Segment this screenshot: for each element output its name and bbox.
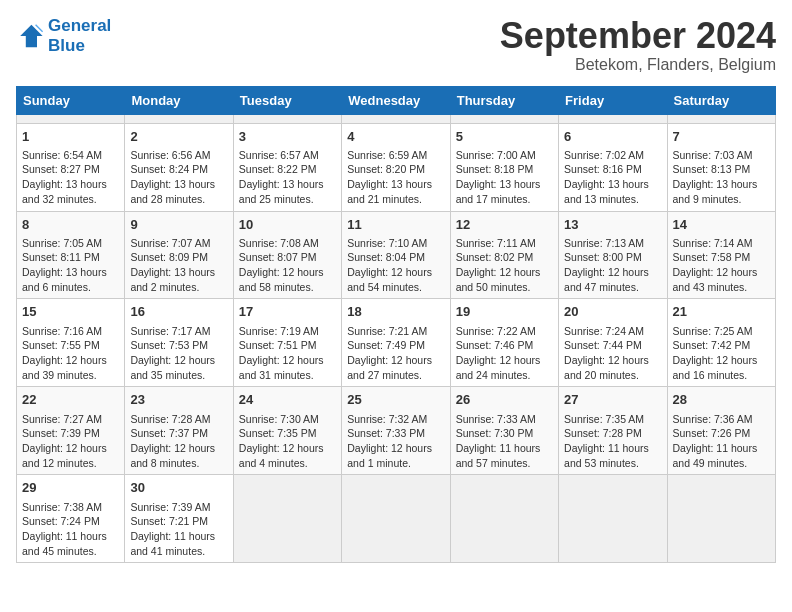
day-info-line: Sunrise: 7:21 AM — [347, 324, 444, 339]
calendar-week-0 — [17, 114, 776, 123]
day-info-line: Daylight: 12 hours and 24 minutes. — [456, 353, 553, 382]
calendar-table: SundayMondayTuesdayWednesdayThursdayFrid… — [16, 86, 776, 564]
day-number: 11 — [347, 216, 444, 234]
col-header-friday: Friday — [559, 86, 667, 114]
calendar-cell: 13Sunrise: 7:13 AMSunset: 8:00 PMDayligh… — [559, 211, 667, 299]
day-info-line: Sunset: 8:07 PM — [239, 250, 336, 265]
calendar-cell: 28Sunrise: 7:36 AMSunset: 7:26 PMDayligh… — [667, 387, 775, 475]
calendar-cell: 26Sunrise: 7:33 AMSunset: 7:30 PMDayligh… — [450, 387, 558, 475]
logo-icon — [16, 22, 44, 50]
calendar-week-1: 1Sunrise: 6:54 AMSunset: 8:27 PMDaylight… — [17, 123, 776, 211]
day-info-line: Sunrise: 7:02 AM — [564, 148, 661, 163]
day-info-line: Daylight: 13 hours and 13 minutes. — [564, 177, 661, 206]
day-info-line: Sunset: 8:16 PM — [564, 162, 661, 177]
day-number: 13 — [564, 216, 661, 234]
day-info-line: Sunset: 8:20 PM — [347, 162, 444, 177]
day-info-line: Sunrise: 6:57 AM — [239, 148, 336, 163]
day-info-line: Daylight: 12 hours and 4 minutes. — [239, 441, 336, 470]
calendar-cell: 14Sunrise: 7:14 AMSunset: 7:58 PMDayligh… — [667, 211, 775, 299]
day-info-line: Daylight: 13 hours and 9 minutes. — [673, 177, 770, 206]
day-info-line: Sunset: 8:18 PM — [456, 162, 553, 177]
day-number: 2 — [130, 128, 227, 146]
day-info-line: Sunrise: 6:59 AM — [347, 148, 444, 163]
day-info-line: Sunrise: 7:27 AM — [22, 412, 119, 427]
col-header-monday: Monday — [125, 86, 233, 114]
day-number: 8 — [22, 216, 119, 234]
calendar-week-4: 22Sunrise: 7:27 AMSunset: 7:39 PMDayligh… — [17, 387, 776, 475]
day-number: 9 — [130, 216, 227, 234]
day-number: 22 — [22, 391, 119, 409]
logo-text: General Blue — [48, 16, 111, 55]
calendar-cell: 19Sunrise: 7:22 AMSunset: 7:46 PMDayligh… — [450, 299, 558, 387]
day-number: 15 — [22, 303, 119, 321]
day-info-line: Sunset: 7:42 PM — [673, 338, 770, 353]
day-number: 14 — [673, 216, 770, 234]
day-info-line: Daylight: 13 hours and 2 minutes. — [130, 265, 227, 294]
day-info-line: Daylight: 12 hours and 47 minutes. — [564, 265, 661, 294]
day-info-line: Daylight: 11 hours and 49 minutes. — [673, 441, 770, 470]
day-info-line: Sunset: 7:49 PM — [347, 338, 444, 353]
day-info-line: Daylight: 11 hours and 45 minutes. — [22, 529, 119, 558]
day-info-line: Daylight: 12 hours and 16 minutes. — [673, 353, 770, 382]
calendar-cell — [233, 475, 341, 563]
calendar-cell: 3Sunrise: 6:57 AMSunset: 8:22 PMDaylight… — [233, 123, 341, 211]
day-info-line: Sunset: 8:13 PM — [673, 162, 770, 177]
day-info-line: Sunrise: 7:07 AM — [130, 236, 227, 251]
calendar-cell: 5Sunrise: 7:00 AMSunset: 8:18 PMDaylight… — [450, 123, 558, 211]
day-info-line: Sunrise: 7:16 AM — [22, 324, 119, 339]
calendar-cell — [450, 475, 558, 563]
calendar-cell: 20Sunrise: 7:24 AMSunset: 7:44 PMDayligh… — [559, 299, 667, 387]
day-info-line: Daylight: 12 hours and 58 minutes. — [239, 265, 336, 294]
calendar-cell: 9Sunrise: 7:07 AMSunset: 8:09 PMDaylight… — [125, 211, 233, 299]
day-info-line: Sunset: 7:55 PM — [22, 338, 119, 353]
day-info-line: Sunrise: 7:38 AM — [22, 500, 119, 515]
calendar-cell: 16Sunrise: 7:17 AMSunset: 7:53 PMDayligh… — [125, 299, 233, 387]
location-subtitle: Betekom, Flanders, Belgium — [500, 56, 776, 74]
logo: General Blue — [16, 16, 111, 55]
day-info-line: Sunrise: 7:03 AM — [673, 148, 770, 163]
day-info-line: Sunrise: 7:08 AM — [239, 236, 336, 251]
day-number: 12 — [456, 216, 553, 234]
day-info-line: Sunrise: 7:28 AM — [130, 412, 227, 427]
day-info-line: Sunset: 7:33 PM — [347, 426, 444, 441]
calendar-cell: 8Sunrise: 7:05 AMSunset: 8:11 PMDaylight… — [17, 211, 125, 299]
day-info-line: Daylight: 13 hours and 32 minutes. — [22, 177, 119, 206]
calendar-cell: 4Sunrise: 6:59 AMSunset: 8:20 PMDaylight… — [342, 123, 450, 211]
day-info-line: Sunrise: 7:22 AM — [456, 324, 553, 339]
day-info-line: Sunset: 7:28 PM — [564, 426, 661, 441]
day-info-line: Sunset: 8:00 PM — [564, 250, 661, 265]
day-info-line: Sunrise: 7:11 AM — [456, 236, 553, 251]
day-info-line: Daylight: 12 hours and 1 minute. — [347, 441, 444, 470]
day-info-line: Daylight: 13 hours and 28 minutes. — [130, 177, 227, 206]
day-info-line: Daylight: 12 hours and 50 minutes. — [456, 265, 553, 294]
day-info-line: Sunset: 8:24 PM — [130, 162, 227, 177]
calendar-cell: 24Sunrise: 7:30 AMSunset: 7:35 PMDayligh… — [233, 387, 341, 475]
day-info-line: Sunrise: 7:17 AM — [130, 324, 227, 339]
calendar-cell — [125, 114, 233, 123]
day-info-line: Sunset: 7:58 PM — [673, 250, 770, 265]
calendar-cell — [559, 114, 667, 123]
day-info-line: Sunrise: 7:19 AM — [239, 324, 336, 339]
day-info-line: Sunset: 7:21 PM — [130, 514, 227, 529]
calendar-cell — [342, 114, 450, 123]
day-info-line: Sunrise: 6:54 AM — [22, 148, 119, 163]
day-info-line: Daylight: 11 hours and 53 minutes. — [564, 441, 661, 470]
day-info-line: Daylight: 13 hours and 21 minutes. — [347, 177, 444, 206]
day-info-line: Daylight: 12 hours and 35 minutes. — [130, 353, 227, 382]
calendar-cell: 12Sunrise: 7:11 AMSunset: 8:02 PMDayligh… — [450, 211, 558, 299]
day-info-line: Daylight: 12 hours and 8 minutes. — [130, 441, 227, 470]
calendar-cell: 7Sunrise: 7:03 AMSunset: 8:13 PMDaylight… — [667, 123, 775, 211]
col-header-saturday: Saturday — [667, 86, 775, 114]
day-number: 18 — [347, 303, 444, 321]
day-info-line: Sunset: 7:51 PM — [239, 338, 336, 353]
day-info-line: Sunset: 8:22 PM — [239, 162, 336, 177]
day-number: 29 — [22, 479, 119, 497]
day-info-line: Sunset: 7:35 PM — [239, 426, 336, 441]
calendar-cell — [342, 475, 450, 563]
day-number: 1 — [22, 128, 119, 146]
day-number: 26 — [456, 391, 553, 409]
day-info-line: Sunrise: 7:24 AM — [564, 324, 661, 339]
day-number: 17 — [239, 303, 336, 321]
calendar-cell: 17Sunrise: 7:19 AMSunset: 7:51 PMDayligh… — [233, 299, 341, 387]
day-number: 25 — [347, 391, 444, 409]
